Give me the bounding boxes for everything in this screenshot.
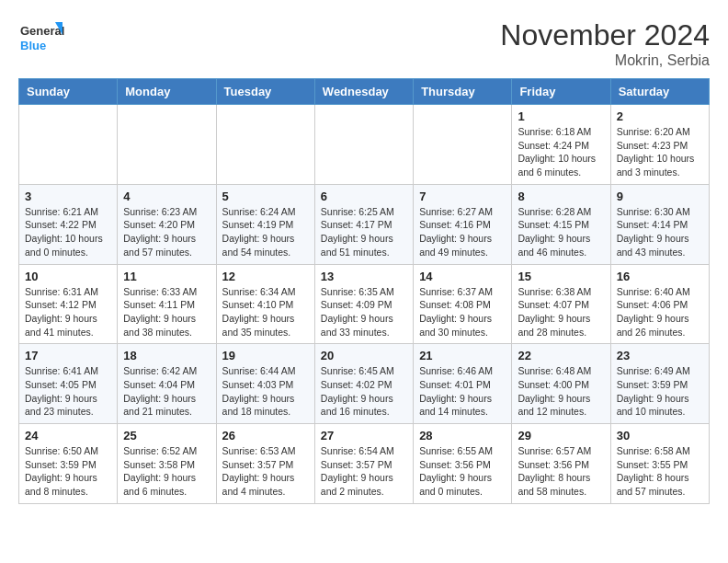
day-number: 11 bbox=[123, 270, 210, 283]
calendar-cell: 13Sunrise: 6:35 AMSunset: 4:09 PMDayligh… bbox=[314, 264, 413, 344]
day-info: Sunrise: 6:30 AMSunset: 4:14 PMDaylight:… bbox=[617, 205, 703, 259]
day-info: Sunrise: 6:21 AMSunset: 4:22 PMDaylight:… bbox=[25, 205, 111, 259]
calendar-cell: 7Sunrise: 6:27 AMSunset: 4:16 PMDaylight… bbox=[414, 184, 512, 264]
calendar-cell: 28Sunrise: 6:55 AMSunset: 3:56 PMDayligh… bbox=[414, 424, 512, 504]
calendar-cell: 10Sunrise: 6:31 AMSunset: 4:12 PMDayligh… bbox=[19, 264, 118, 344]
calendar-week-row: 24Sunrise: 6:50 AMSunset: 3:59 PMDayligh… bbox=[19, 424, 710, 504]
calendar-cell: 18Sunrise: 6:42 AMSunset: 4:04 PMDayligh… bbox=[118, 344, 216, 424]
weekday-header: Thursday bbox=[414, 79, 512, 105]
calendar-cell: 6Sunrise: 6:25 AMSunset: 4:17 PMDaylight… bbox=[314, 184, 413, 264]
day-number: 12 bbox=[222, 270, 309, 283]
day-number: 15 bbox=[518, 270, 604, 283]
day-info: Sunrise: 6:48 AMSunset: 4:00 PMDaylight:… bbox=[518, 364, 604, 419]
day-info: Sunrise: 6:34 AMSunset: 4:10 PMDaylight:… bbox=[222, 285, 309, 339]
day-number: 22 bbox=[518, 349, 604, 362]
day-number: 25 bbox=[123, 429, 210, 442]
day-number: 27 bbox=[321, 429, 407, 442]
month-title: November 2024 bbox=[500, 18, 710, 52]
weekday-header: Sunday bbox=[19, 79, 118, 105]
calendar-cell: 22Sunrise: 6:48 AMSunset: 4:00 PMDayligh… bbox=[512, 344, 610, 424]
day-number: 29 bbox=[518, 429, 604, 442]
calendar-cell: 3Sunrise: 6:21 AMSunset: 4:22 PMDaylight… bbox=[19, 184, 118, 264]
weekday-header: Friday bbox=[512, 79, 610, 105]
day-info: Sunrise: 6:23 AMSunset: 4:20 PMDaylight:… bbox=[123, 205, 210, 259]
calendar-cell: 8Sunrise: 6:28 AMSunset: 4:15 PMDaylight… bbox=[512, 184, 610, 264]
day-info: Sunrise: 6:52 AMSunset: 3:58 PMDaylight:… bbox=[123, 444, 210, 499]
calendar-cell: 26Sunrise: 6:53 AMSunset: 3:57 PMDayligh… bbox=[216, 424, 314, 504]
day-number: 19 bbox=[222, 349, 309, 362]
calendar-cell: 5Sunrise: 6:24 AMSunset: 4:19 PMDaylight… bbox=[216, 184, 314, 264]
calendar-cell: 21Sunrise: 6:46 AMSunset: 4:01 PMDayligh… bbox=[414, 344, 512, 424]
logo: General Blue bbox=[18, 18, 64, 55]
day-info: Sunrise: 6:35 AMSunset: 4:09 PMDaylight:… bbox=[321, 285, 407, 339]
day-info: Sunrise: 6:31 AMSunset: 4:12 PMDaylight:… bbox=[25, 285, 111, 339]
calendar-cell: 15Sunrise: 6:38 AMSunset: 4:07 PMDayligh… bbox=[512, 264, 610, 344]
day-number: 20 bbox=[321, 349, 407, 362]
calendar-cell bbox=[216, 105, 314, 185]
calendar-cell: 4Sunrise: 6:23 AMSunset: 4:20 PMDaylight… bbox=[118, 184, 216, 264]
day-info: Sunrise: 6:58 AMSunset: 3:55 PMDaylight:… bbox=[617, 444, 703, 499]
weekday-header-row: SundayMondayTuesdayWednesdayThursdayFrid… bbox=[19, 79, 710, 105]
calendar-table: SundayMondayTuesdayWednesdayThursdayFrid… bbox=[18, 78, 710, 504]
weekday-header: Wednesday bbox=[314, 79, 413, 105]
page-header: General Blue November 2024 Mokrin, Serbi… bbox=[18, 18, 710, 69]
calendar-cell: 1Sunrise: 6:18 AMSunset: 4:24 PMDaylight… bbox=[512, 105, 610, 185]
calendar-cell: 23Sunrise: 6:49 AMSunset: 3:59 PMDayligh… bbox=[610, 344, 709, 424]
day-info: Sunrise: 6:37 AMSunset: 4:08 PMDaylight:… bbox=[419, 285, 506, 339]
day-number: 2 bbox=[617, 109, 703, 123]
day-number: 16 bbox=[617, 270, 703, 283]
calendar-cell bbox=[314, 105, 413, 185]
calendar-week-row: 1Sunrise: 6:18 AMSunset: 4:24 PMDaylight… bbox=[19, 105, 710, 185]
day-info: Sunrise: 6:46 AMSunset: 4:01 PMDaylight:… bbox=[419, 364, 506, 419]
day-info: Sunrise: 6:25 AMSunset: 4:17 PMDaylight:… bbox=[321, 205, 407, 259]
day-info: Sunrise: 6:40 AMSunset: 4:06 PMDaylight:… bbox=[617, 285, 703, 339]
day-number: 17 bbox=[25, 349, 111, 362]
day-number: 30 bbox=[617, 429, 703, 442]
calendar-cell: 30Sunrise: 6:58 AMSunset: 3:55 PMDayligh… bbox=[610, 424, 709, 504]
day-number: 18 bbox=[123, 349, 210, 362]
day-number: 13 bbox=[321, 270, 407, 283]
calendar-cell: 19Sunrise: 6:44 AMSunset: 4:03 PMDayligh… bbox=[216, 344, 314, 424]
calendar-cell: 24Sunrise: 6:50 AMSunset: 3:59 PMDayligh… bbox=[19, 424, 118, 504]
calendar-cell: 16Sunrise: 6:40 AMSunset: 4:06 PMDayligh… bbox=[610, 264, 709, 344]
day-number: 8 bbox=[518, 190, 604, 203]
logo-icon: General Blue bbox=[18, 18, 64, 55]
day-number: 28 bbox=[419, 429, 506, 442]
day-info: Sunrise: 6:57 AMSunset: 3:56 PMDaylight:… bbox=[518, 444, 604, 499]
day-info: Sunrise: 6:44 AMSunset: 4:03 PMDaylight:… bbox=[222, 364, 309, 419]
day-info: Sunrise: 6:50 AMSunset: 3:59 PMDaylight:… bbox=[25, 444, 111, 499]
weekday-header: Saturday bbox=[610, 79, 709, 105]
calendar-week-row: 3Sunrise: 6:21 AMSunset: 4:22 PMDaylight… bbox=[19, 184, 710, 264]
day-info: Sunrise: 6:53 AMSunset: 3:57 PMDaylight:… bbox=[222, 444, 309, 499]
calendar-cell: 29Sunrise: 6:57 AMSunset: 3:56 PMDayligh… bbox=[512, 424, 610, 504]
calendar-cell: 9Sunrise: 6:30 AMSunset: 4:14 PMDaylight… bbox=[610, 184, 709, 264]
day-info: Sunrise: 6:55 AMSunset: 3:56 PMDaylight:… bbox=[419, 444, 506, 499]
calendar-cell: 27Sunrise: 6:54 AMSunset: 3:57 PMDayligh… bbox=[314, 424, 413, 504]
day-number: 3 bbox=[25, 190, 111, 203]
svg-text:Blue: Blue bbox=[20, 39, 46, 52]
day-number: 24 bbox=[25, 429, 111, 442]
calendar-cell: 2Sunrise: 6:20 AMSunset: 4:23 PMDaylight… bbox=[610, 105, 709, 185]
day-number: 26 bbox=[222, 429, 309, 442]
calendar-cell: 11Sunrise: 6:33 AMSunset: 4:11 PMDayligh… bbox=[118, 264, 216, 344]
calendar-cell: 17Sunrise: 6:41 AMSunset: 4:05 PMDayligh… bbox=[19, 344, 118, 424]
calendar-cell: 12Sunrise: 6:34 AMSunset: 4:10 PMDayligh… bbox=[216, 264, 314, 344]
day-number: 6 bbox=[321, 190, 407, 203]
day-info: Sunrise: 6:38 AMSunset: 4:07 PMDaylight:… bbox=[518, 285, 604, 339]
calendar-cell: 14Sunrise: 6:37 AMSunset: 4:08 PMDayligh… bbox=[414, 264, 512, 344]
day-info: Sunrise: 6:54 AMSunset: 3:57 PMDaylight:… bbox=[321, 444, 407, 499]
day-info: Sunrise: 6:41 AMSunset: 4:05 PMDaylight:… bbox=[25, 364, 111, 419]
calendar-week-row: 17Sunrise: 6:41 AMSunset: 4:05 PMDayligh… bbox=[19, 344, 710, 424]
day-info: Sunrise: 6:28 AMSunset: 4:15 PMDaylight:… bbox=[518, 205, 604, 259]
day-number: 1 bbox=[518, 109, 604, 123]
weekday-header: Tuesday bbox=[216, 79, 314, 105]
calendar-cell: 20Sunrise: 6:45 AMSunset: 4:02 PMDayligh… bbox=[314, 344, 413, 424]
calendar-week-row: 10Sunrise: 6:31 AMSunset: 4:12 PMDayligh… bbox=[19, 264, 710, 344]
day-number: 5 bbox=[222, 190, 309, 203]
location-title: Mokrin, Serbia bbox=[500, 52, 710, 69]
day-info: Sunrise: 6:20 AMSunset: 4:23 PMDaylight:… bbox=[617, 125, 703, 179]
day-info: Sunrise: 6:42 AMSunset: 4:04 PMDaylight:… bbox=[123, 364, 210, 419]
calendar-cell: 25Sunrise: 6:52 AMSunset: 3:58 PMDayligh… bbox=[118, 424, 216, 504]
day-info: Sunrise: 6:24 AMSunset: 4:19 PMDaylight:… bbox=[222, 205, 309, 259]
day-number: 7 bbox=[419, 190, 506, 203]
